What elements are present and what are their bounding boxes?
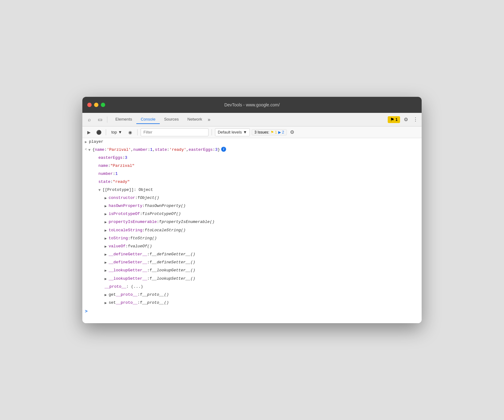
expand-isprototypeof-icon[interactable] [105, 212, 107, 217]
toolbar-divider [107, 117, 107, 123]
tab-network[interactable]: Network [183, 115, 207, 124]
constructor-colon: : [135, 195, 138, 201]
main-toolbar: ⌕ ▭ Elements Console Sources Network » ⚑… [82, 113, 422, 126]
valueof-f: f [128, 243, 130, 250]
context-selector[interactable]: top ▼ [109, 129, 124, 135]
console-divider3 [212, 129, 212, 135]
context-arrow-icon: ▼ [118, 130, 122, 134]
expand-definesetter-icon[interactable] [105, 260, 107, 266]
expand-definegetter-icon[interactable] [105, 252, 107, 258]
constructor-key: constructor [109, 195, 135, 201]
constructor-f: f [138, 195, 140, 201]
expand-tostring-icon[interactable] [105, 236, 107, 242]
set-proto-val: __proto__() [142, 300, 169, 306]
tostring-val: toString() [133, 235, 157, 242]
expand-prototype-icon[interactable] [98, 187, 101, 193]
close-button[interactable] [87, 103, 92, 107]
device-icon[interactable]: ▭ [95, 115, 105, 124]
tab-console[interactable]: Console [136, 115, 160, 124]
expand-set-proto-icon[interactable] [105, 300, 107, 306]
isprototypeof-line: isPrototypeOf : f isPrototypeOf() [82, 210, 422, 218]
console-divider [106, 129, 106, 135]
lookupsetter-line: __lookupSetter__ : f __lookupSetter__() [82, 275, 422, 283]
filter-input[interactable] [141, 128, 209, 136]
eye-icon[interactable]: ◉ [126, 129, 134, 136]
context-label: top [111, 130, 117, 134]
isprototypeof-key: isPrototypeOf [109, 211, 140, 217]
comma1: , [131, 147, 133, 153]
warning-count-icon: ⚑ 1 [271, 130, 277, 134]
definegetter-colon: : [147, 251, 150, 258]
object-brace-close: } [217, 147, 220, 153]
expand-get-proto-icon[interactable] [105, 292, 107, 298]
comma3: , [186, 147, 189, 153]
tab-sources[interactable]: Sources [160, 115, 183, 124]
hasownproperty-colon: : [142, 203, 145, 209]
main-tabs: Elements Console Sources Network » [111, 115, 212, 124]
hasownproperty-key: hasOwnProperty [109, 203, 142, 209]
menu-icon[interactable]: ⋮ [412, 115, 419, 124]
expand-object-icon[interactable] [88, 147, 90, 153]
number-val-summary: 1 [150, 147, 153, 153]
console-settings-icon[interactable]: ⚙ [289, 128, 295, 136]
expand-player-icon[interactable] [85, 139, 87, 145]
definesetter-val: __defineSetter__() [152, 259, 195, 266]
issues-toolbar-badge[interactable]: 3 Issues: ⚑ 1 ▶ 2 [252, 129, 287, 135]
tostring-line: toString : f toString() [82, 235, 422, 243]
get-label: get [109, 292, 116, 298]
issues-badge[interactable]: ⚑ 1 [388, 116, 400, 123]
valueof-colon: : [126, 243, 128, 250]
expand-constructor-icon[interactable] [105, 196, 107, 201]
lookupgetter-colon: : [147, 267, 150, 274]
name-val: "Parzival" [110, 163, 134, 169]
tab-elements[interactable]: Elements [111, 115, 136, 124]
console-prompt[interactable]: > [82, 307, 422, 316]
eastereggs-val: 3 [125, 155, 127, 161]
warning-icon: ⚑ [390, 117, 394, 122]
lookupsetter-key: __lookupSetter__ [109, 276, 147, 282]
proto-lazy-key: __proto__ [105, 284, 126, 290]
settings-icon[interactable]: ⚙ [403, 115, 409, 124]
prompt-icon: > [85, 309, 88, 314]
expand-propertyisenumerable-icon[interactable] [105, 220, 107, 225]
info-icon[interactable]: i [221, 147, 226, 152]
expand-hasownproperty-icon[interactable] [105, 204, 107, 209]
expand-tolocalestring-icon[interactable] [105, 228, 107, 234]
lookupsetter-f: f [150, 276, 152, 282]
title-bar: DevTools - www.google.com/ [82, 97, 422, 113]
definesetter-f: f [150, 259, 152, 266]
hasownproperty-f: f [145, 203, 147, 209]
tostring-f: f [130, 235, 133, 242]
maximize-button[interactable] [101, 103, 105, 107]
console-output: player < { name : 'Parzival' , number : … [82, 138, 422, 323]
console-divider2 [137, 129, 138, 135]
run-script-icon[interactable]: ▶ [85, 129, 93, 136]
log-levels-selector[interactable]: Default levels ▼ [215, 128, 250, 136]
number-colon: : [113, 171, 115, 177]
get-proto-colon: : [138, 292, 140, 298]
traffic-lights [87, 103, 105, 107]
window-title: DevTools - www.google.com/ [224, 102, 280, 107]
more-tabs-icon[interactable]: » [206, 116, 212, 124]
console-toolbar: ▶ ⚫ top ▼ ◉ Default levels ▼ 3 Issues: ⚑… [82, 126, 422, 138]
issues-toolbar-label: 3 Issues: [254, 130, 269, 134]
eastereggs-val-summary: 3 [215, 147, 217, 153]
definegetter-key: __defineGetter__ [109, 251, 147, 258]
expand-lookupgetter-icon[interactable] [105, 268, 107, 274]
eastereggs-colon: : [122, 155, 125, 161]
minimize-button[interactable] [94, 103, 98, 107]
expand-valueof-icon[interactable] [105, 244, 107, 250]
set-proto-line: set __proto__ : f __proto__() [82, 299, 422, 307]
lookupgetter-line: __lookupGetter__ : f __lookupGetter__() [82, 267, 422, 275]
colon4: : [213, 147, 215, 153]
devtools-window: DevTools - www.google.com/ ⌕ ▭ Elements … [82, 97, 422, 323]
eastereggs-line: easterEggs : 3 [82, 154, 422, 162]
clear-console-icon[interactable]: ⚫ [95, 129, 103, 136]
cursor-icon[interactable]: ⌕ [85, 115, 94, 124]
get-proto-key: __proto__ [116, 292, 138, 298]
expand-lookupsetter-icon[interactable] [105, 276, 107, 282]
colon3: : [167, 147, 169, 153]
isprototypeof-f: f [142, 211, 145, 217]
valueof-line: valueOf : f valueOf() [82, 243, 422, 251]
lookupgetter-f: f [150, 267, 152, 274]
